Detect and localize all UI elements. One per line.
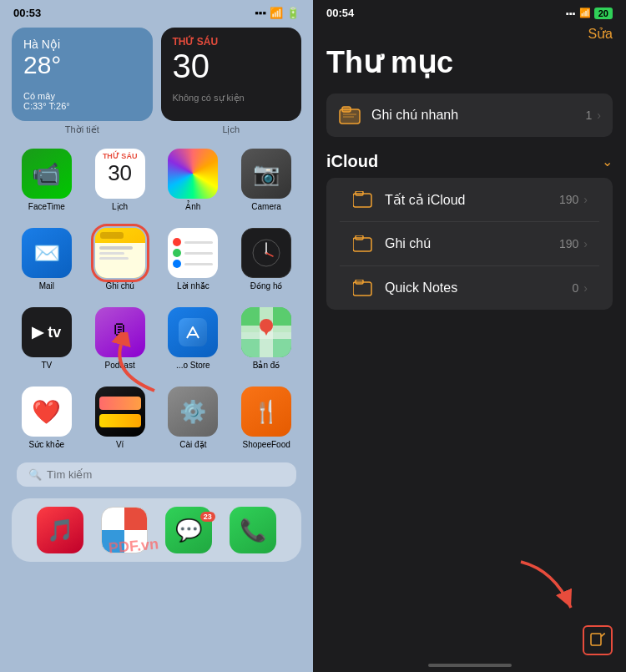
app-wallet[interactable]: Ví — [90, 387, 150, 449]
tv-icon: ▶ tv — [22, 307, 72, 357]
wallet-icon — [95, 387, 145, 437]
notes-folder-icon — [351, 232, 375, 255]
compose-icon — [589, 632, 606, 649]
facetime-label: FaceTime — [28, 202, 65, 211]
bottom-compose-area — [583, 625, 613, 655]
calendar-icon: THỨ SÁU 30 — [95, 149, 145, 199]
quick-notes-folder-count: 0 — [573, 281, 579, 295]
messages-badge: 23 — [200, 512, 215, 522]
all-icloud-chevron: › — [583, 193, 588, 206]
wallet-label: Ví — [116, 440, 124, 449]
mail-icon: ✉️ — [22, 228, 72, 278]
weather-widget[interactable]: Hà Nội 28° Có mây C:33° T:26° — [12, 28, 153, 121]
notes-title: Thư mục — [313, 42, 626, 93]
app-photos[interactable]: Ảnh — [164, 149, 224, 211]
appstore-icon — [168, 307, 218, 357]
all-icloud-count: 190 — [559, 193, 578, 206]
photos-icon — [168, 149, 218, 199]
app-mail[interactable]: ✉️ Mail — [17, 228, 77, 291]
icloud-chevron[interactable]: ⌄ — [602, 154, 613, 169]
quick-notes-folder-chevron: › — [583, 281, 588, 295]
left-panel: 00:53 ▪▪▪ 📶 🔋 Hà Nội 28° Có mây C:33° T:… — [0, 0, 313, 672]
dock-messages[interactable]: 💬 23 — [165, 507, 212, 553]
app-shopee[interactable]: 🍴 ShopeeFood — [236, 387, 296, 449]
camera-label: Camera — [251, 202, 281, 211]
quick-notes-count: 1 — [586, 109, 593, 122]
calendar-day-name: THỨ SÁU — [173, 36, 290, 48]
quick-notes-section: Ghi chú nhanh 1 › — [313, 93, 626, 139]
dock-phone[interactable]: 📞 — [230, 507, 276, 553]
all-icloud-icon — [351, 188, 375, 211]
app-facetime[interactable]: 📹 FaceTime — [17, 149, 77, 211]
shopee-icon: 🍴 — [241, 387, 291, 437]
quick-notes-folder-icon — [338, 104, 361, 127]
app-store[interactable]: ...o Store — [164, 307, 224, 370]
calendar-no-event: Không có sự kiện — [173, 93, 290, 104]
right-panel: 00:54 ▪▪▪ 📶 20 Sửa Thư mục Ghi c — [313, 0, 626, 672]
app-settings[interactable]: ⚙️ Cài đặt — [164, 387, 224, 449]
notes-icon — [95, 228, 145, 278]
weather-widget-wrap: Hà Nội 28° Có mây C:33° T:26° Thời tiết — [12, 28, 153, 135]
app-notes[interactable]: Ghi chú — [90, 228, 150, 291]
tv-label: TV — [41, 361, 52, 370]
appstore-label: ...o Store — [176, 361, 210, 370]
all-icloud-name: Tất cả iCloud — [385, 192, 559, 208]
apps-row-4: ❤️ Sức khỏe Ví ⚙️ Cài đặt 🍴 ShopeeFood — [0, 378, 313, 457]
compose-button[interactable] — [583, 625, 613, 655]
music-icon: 🎵 — [37, 507, 83, 553]
battery-right: 20 — [594, 8, 613, 19]
folder-group: Tất cả iCloud 190 › Ghi chú 190 › — [326, 178, 613, 310]
app-camera[interactable]: 📷 Camera — [236, 149, 296, 211]
notes-label: Ghi chú — [105, 281, 134, 291]
edit-button[interactable]: Sửa — [588, 27, 613, 41]
health-icon: ❤️ — [22, 387, 72, 437]
signal-icon: ▪▪▪ — [255, 7, 266, 19]
clock-icon — [241, 228, 291, 278]
weather-condition: Có mây C:33° T:26° — [23, 91, 141, 111]
quick-notes-folder-name: Quick Notes — [385, 280, 573, 296]
wifi-icon-right: 📶 — [579, 8, 591, 18]
phone-icon: 📞 — [230, 507, 276, 553]
search-bar[interactable]: 🔍 Tìm kiếm — [17, 462, 296, 487]
calendar-app-label: Lịch — [112, 202, 128, 211]
time-right: 00:54 — [326, 7, 354, 19]
app-calendar[interactable]: THỨ SÁU 30 Lịch — [90, 149, 150, 211]
settings-icon: ⚙️ — [168, 387, 218, 437]
quick-notes-item[interactable]: Ghi chú nhanh 1 › — [326, 93, 613, 137]
app-maps[interactable]: Bản đồ — [236, 307, 296, 370]
dock-music[interactable]: 🎵 — [37, 507, 83, 553]
apps-row-1: 📹 FaceTime THỨ SÁU 30 Lịch Ảnh 📷 Camera — [0, 140, 313, 220]
apps-row-3: ▶ tv TV 🎙 Podcast ...o Store — [0, 299, 313, 378]
camera-icon: 📷 — [241, 149, 291, 199]
folder-all-icloud[interactable]: Tất cả iCloud 190 › — [340, 178, 599, 222]
wifi-icon: 📶 — [270, 7, 283, 19]
calendar-widget-wrap: THỨ SÁU 30 Không có sự kiện Lịch — [161, 28, 302, 135]
app-clock[interactable]: Đồng hồ — [236, 228, 296, 291]
icloud-section-header: iCloud ⌄ — [313, 139, 626, 178]
app-tv[interactable]: ▶ tv TV — [17, 307, 77, 370]
shopee-label: ShopeeFood — [242, 440, 290, 449]
calendar-widget[interactable]: THỨ SÁU 30 Không có sự kiện — [161, 28, 302, 121]
app-reminders[interactable]: Lời nhắc — [164, 228, 224, 291]
quick-notes-name: Ghi chú nhanh — [371, 108, 586, 123]
search-icon: 🔍 — [28, 468, 42, 481]
settings-label: Cài đặt — [179, 440, 206, 449]
notes-toolbar: Sửa — [313, 23, 626, 42]
compose-arrow — [504, 553, 588, 620]
status-icons-left: ▪▪▪ 📶 🔋 — [255, 7, 300, 19]
svg-rect-4 — [179, 318, 207, 346]
icloud-folders: Tất cả iCloud 190 › Ghi chú 190 › — [313, 178, 626, 310]
search-placeholder: Tìm kiếm — [47, 468, 92, 481]
svg-rect-15 — [342, 107, 351, 112]
app-health[interactable]: ❤️ Sức khỏe — [17, 387, 77, 449]
quick-notes-chevron: › — [597, 109, 601, 122]
calendar-label: Lịch — [161, 124, 302, 135]
reminders-label: Lời nhắc — [177, 281, 210, 291]
app-podcasts[interactable]: 🎙 Podcast — [90, 307, 150, 370]
health-label: Sức khỏe — [29, 440, 65, 449]
folder-notes[interactable]: Ghi chú 190 › — [340, 222, 599, 266]
folder-quick-notes[interactable]: Quick Notes 0 › — [340, 266, 599, 310]
dock-safari[interactable] — [101, 507, 148, 553]
status-bar-right: 00:54 ▪▪▪ 📶 20 — [313, 0, 626, 23]
svg-rect-26 — [591, 634, 601, 645]
